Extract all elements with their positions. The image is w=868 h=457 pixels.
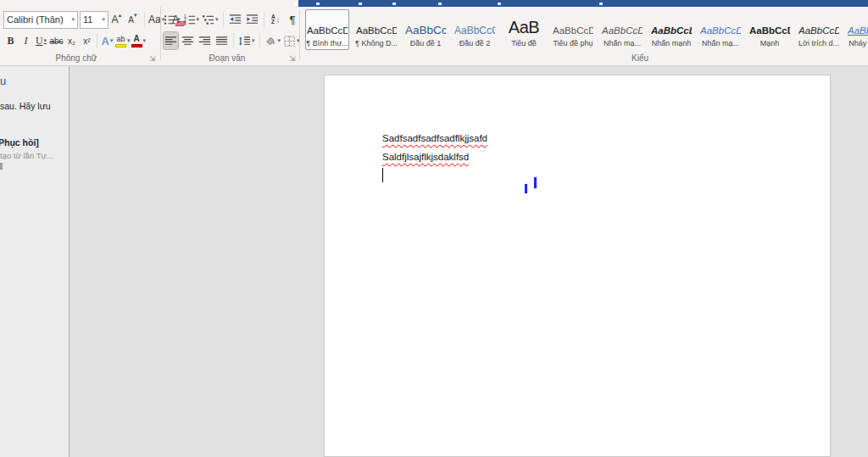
chevron-down-icon[interactable]: ▾ <box>143 37 147 44</box>
chevron-down-icon[interactable]: ▾ <box>127 37 131 44</box>
blue-cursor-mark <box>525 184 527 193</box>
italic-button[interactable]: I <box>19 32 33 49</box>
font-name-combobox[interactable]: Calibri (Thân) ▾ <box>3 11 78 29</box>
numbering-button[interactable]: 123 ▾ <box>183 11 200 28</box>
align-center-icon <box>181 35 194 47</box>
separator <box>233 33 234 48</box>
word-window: Calibri (Thân) ▾ 11 ▾ A▲ A▼ Aa ▾ <box>0 0 868 457</box>
style-item-subtle-emphasis[interactable]: AaBbCcDc Nhấn mạ... <box>600 9 644 50</box>
superscript-button[interactable]: x² <box>80 32 94 49</box>
recovered-file-item[interactable]: Phục hồi] <box>0 137 39 148</box>
style-item-title[interactable]: AaB Tiêu đề <box>502 9 546 50</box>
font-dialog-launcher-icon[interactable]: ⇲ <box>149 55 156 63</box>
borders-icon <box>283 35 296 47</box>
separator <box>160 7 161 59</box>
style-item-strong[interactable]: AaBbCcDc Mạnh <box>748 9 792 50</box>
style-item-quote[interactable]: AaBbCcDc Lời trích d... <box>797 9 841 50</box>
align-left-button[interactable] <box>164 32 178 49</box>
align-center-button[interactable] <box>181 32 195 49</box>
decrease-indent-button[interactable] <box>228 11 242 28</box>
show-formatting-marks-button[interactable]: ¶ <box>286 11 300 28</box>
titlebar-text-fragment <box>498 3 501 5</box>
style-item-intense-quote[interactable]: AaBbCcDc Nháy kép... <box>846 9 868 50</box>
document-page[interactable]: Sadfsadfsadfsadflkjjsafd Saldfjlsajflkjs… <box>324 75 831 457</box>
chevron-down-icon[interactable]: ▾ <box>197 16 200 23</box>
chevron-down-icon[interactable]: ▾ <box>44 37 47 44</box>
separator <box>259 33 260 48</box>
style-item-subtitle[interactable]: AaBbCcD Tiêu đề phụ <box>551 9 595 50</box>
chevron-down-icon[interactable]: ▾ <box>252 37 255 44</box>
svg-text:3: 3 <box>183 20 186 25</box>
justify-icon <box>215 35 228 47</box>
document-text-line: Saldfjlsajflkjsdaklfsd <box>382 152 469 162</box>
align-right-button[interactable] <box>198 32 212 49</box>
text-effects-button[interactable]: A ▾ <box>100 32 114 49</box>
titlebar-text-fragment <box>392 3 396 5</box>
line-spacing-icon <box>238 35 251 47</box>
titlebar-text-fragment <box>316 3 320 5</box>
shrink-font-arrow-icon: ▼ <box>133 13 138 18</box>
text-highlight-button[interactable]: ab ▾ <box>115 32 131 49</box>
subscript-button[interactable]: x₂ <box>64 32 79 49</box>
chevron-down-icon: ▾ <box>110 37 114 44</box>
down-arrow-icon: ↓ <box>276 15 281 24</box>
shrink-font-button[interactable]: A▼ <box>126 11 141 28</box>
chevron-down-icon[interactable]: ▾ <box>215 16 219 23</box>
document-text-line: Sadfsadfsadfsadflkjjsafd <box>382 133 487 143</box>
text-cursor <box>382 168 383 182</box>
numbered-list-icon: 123 <box>183 14 196 26</box>
sort-icon: A Z <box>271 14 275 25</box>
styles-gallery: AaBbCcDc ¶ Bình thư... AaBbCcDc ¶ Không … <box>305 9 868 50</box>
style-item-normal[interactable]: AaBbCcDc ¶ Bình thư... <box>305 9 349 50</box>
sort-button[interactable]: A Z ↓ <box>269 11 283 28</box>
separator <box>144 12 145 27</box>
chevron-down-icon[interactable]: ▾ <box>278 37 281 44</box>
align-left-icon <box>164 35 177 47</box>
document-recovery-pane: u sau. Hãy lưu Phục hồi] tạo từ lần Tự..… <box>0 66 70 457</box>
change-case-button[interactable]: Aa ▾ <box>148 11 164 28</box>
titlebar-text-fragment <box>359 3 362 5</box>
titlebar-text-fragment <box>599 3 603 5</box>
chevron-down-icon[interactable]: ▾ <box>69 16 75 23</box>
titlebar-text-fragment <box>438 3 442 5</box>
font-size-value: 11 <box>83 14 92 25</box>
separator <box>299 10 300 59</box>
style-item-no-spacing[interactable]: AaBbCcDc ¶ Không D... <box>354 9 398 50</box>
styles-group-label: Kiểu <box>589 53 691 63</box>
ribbon: Calibri (Thân) ▾ 11 ▾ A▲ A▼ Aa ▾ <box>0 0 868 66</box>
bold-button[interactable]: B <box>3 32 18 49</box>
separator <box>97 33 97 48</box>
titlebar-text-fragment <box>294 3 298 5</box>
style-item-emphasis[interactable]: AaBbCcDc Nhấn mạnh <box>649 9 693 50</box>
font-size-combobox[interactable]: 11 ▾ <box>80 11 108 29</box>
line-spacing-button[interactable]: ▾ <box>238 32 255 49</box>
style-item-intense-emphasis[interactable]: AaBbCcDc Nhấn mạ... <box>698 9 743 50</box>
font-color-button[interactable]: A ▾ <box>131 32 147 49</box>
font-name-value: Calibri (Thân) <box>7 14 64 25</box>
justify-button[interactable] <box>214 32 229 49</box>
highlighter-icon: ab <box>115 35 126 47</box>
multilevel-list-button[interactable]: ▾ <box>202 11 219 28</box>
chevron-down-icon[interactable]: ▾ <box>99 16 105 23</box>
recovered-file-description: tạo từ lần Tự... <box>0 151 53 160</box>
text-effects-icon: A <box>102 35 109 47</box>
grow-font-button[interactable]: A▲ <box>110 11 125 28</box>
separator <box>223 12 224 27</box>
strikethrough-button[interactable]: abc <box>49 32 64 49</box>
borders-button[interactable]: ▾ <box>283 32 300 49</box>
paint-bucket-icon <box>264 35 277 47</box>
paragraph-group-label: Đoạn văn <box>176 53 278 63</box>
recovery-pane-title-fragment: u <box>0 75 6 87</box>
shading-button[interactable]: ▾ <box>264 32 281 49</box>
recovery-pane-text-fragment <box>0 163 3 170</box>
grow-font-arrow-icon: ▲ <box>118 13 123 18</box>
paragraph-dialog-launcher-icon[interactable]: ⇲ <box>289 55 296 63</box>
style-item-heading1[interactable]: AaBbCc Đầu đề 1 <box>403 9 448 50</box>
font-group-label: Phông chữ <box>25 53 127 63</box>
increase-indent-button[interactable] <box>245 11 259 28</box>
underline-button[interactable]: U▾ <box>34 32 48 49</box>
decrease-indent-icon <box>229 14 242 26</box>
style-item-heading2[interactable]: AaBbCcC Đầu đề 2 <box>453 9 497 50</box>
align-right-icon <box>198 35 211 47</box>
increase-indent-icon <box>246 14 259 26</box>
